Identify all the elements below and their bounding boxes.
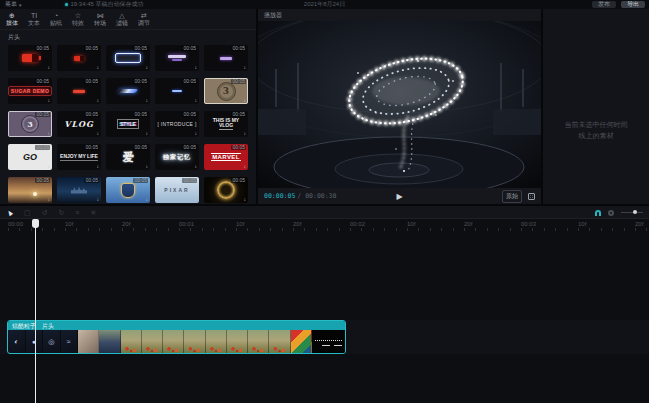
template-item-text: PIXAR — [164, 187, 189, 193]
playhead-handle[interactable] — [32, 219, 39, 228]
template-item[interactable]: 00:05↓ — [106, 177, 150, 203]
download-icon[interactable]: ↓ — [244, 164, 247, 169]
clip-frame — [163, 330, 184, 353]
undo-tool-icon[interactable]: ↺ — [42, 209, 48, 216]
duration-badge: 00:05 — [231, 112, 246, 117]
download-icon[interactable]: ↓ — [195, 65, 198, 70]
template-item[interactable]: 00:05↓ — [57, 78, 101, 104]
template-item-text: SUGAR DEMO — [8, 86, 52, 96]
download-icon[interactable]: ↓ — [195, 98, 198, 103]
download-icon[interactable]: ↓ — [146, 197, 149, 202]
split-tool-icon[interactable]: ≡ — [75, 209, 79, 216]
tab-transitions[interactable]: ⋈转场 — [94, 12, 106, 26]
tab-media[interactable]: ⊕媒体 — [6, 12, 18, 26]
template-item[interactable]: 00:05↓ — [155, 78, 199, 104]
ruler-label: 20f — [464, 221, 472, 227]
template-item[interactable]: 00:05↓ — [204, 45, 248, 71]
template-item[interactable]: ENJOY MY LIFE00:05↓ — [57, 144, 101, 170]
template-item[interactable]: MARVEL00:05↓ — [204, 144, 248, 170]
publish-button[interactable]: 发布 — [592, 1, 616, 8]
template-item[interactable]: [ INTRODUCE ]00:05↓ — [155, 111, 199, 137]
ruler-label: 20f — [293, 221, 301, 227]
tab-sticker[interactable]: ◔贴纸 — [50, 12, 62, 26]
zoom-slider-knob[interactable] — [633, 210, 637, 214]
duration-badge: 00:05 — [84, 46, 99, 51]
template-item[interactable]: GO00:05↓ — [8, 144, 52, 170]
template-item[interactable]: 00:05↓ — [106, 78, 150, 104]
timeline-ruler[interactable]: 00:0010f20f00:0110f20f00:0210f20f00:0310… — [0, 219, 649, 231]
download-icon[interactable]: ↓ — [146, 98, 149, 103]
duration-badge: 00:05 — [35, 112, 50, 117]
cursor-tool-icon[interactable]: ▲ — [4, 206, 15, 217]
download-icon[interactable]: ↓ — [48, 65, 51, 70]
template-item[interactable]: 00:05↓ — [8, 177, 52, 203]
duration-badge: 00:05 — [35, 178, 50, 183]
snap-magnet-icon[interactable] — [595, 210, 601, 216]
play-button[interactable]: ▶ — [396, 192, 402, 201]
export-button[interactable]: 导出 — [621, 1, 645, 8]
template-item[interactable]: 00:05↓ — [204, 177, 248, 203]
scale-original-button[interactable]: 原始 — [502, 190, 522, 203]
menu-button[interactable]: 菜单 ▾ — [0, 0, 27, 9]
duration-badge: 00:05 — [35, 145, 50, 150]
template-item[interactable]: STYLE00:05↓ — [106, 111, 150, 137]
template-item[interactable]: 00:05↓ — [155, 45, 199, 71]
timeline-zoom-slider[interactable] — [621, 212, 643, 213]
tab-effects[interactable]: ☆特效 — [72, 12, 84, 26]
download-icon[interactable]: ↓ — [244, 98, 247, 103]
template-grid: 00:05↓00:05↓00:05↓00:05↓00:05↓SUGAR DEMO… — [8, 45, 256, 203]
template-item[interactable]: PIXAR00:05↓ — [155, 177, 199, 203]
template-item[interactable]: 00:05↓ — [57, 45, 101, 71]
download-icon[interactable]: ↓ — [146, 65, 149, 70]
redo-tool-icon[interactable]: ↻ — [58, 209, 64, 216]
delete-tool-icon[interactable]: ✕ — [90, 209, 96, 216]
clip-frame — [142, 330, 163, 353]
duration-badge: 00:05 — [84, 145, 99, 150]
template-item[interactable]: 独家记忆00:05↓ — [155, 144, 199, 170]
template-item[interactable]: 00:05↓ — [106, 45, 150, 71]
template-item[interactable]: 300:05↓ — [204, 78, 248, 104]
download-icon[interactable]: ↓ — [48, 131, 51, 136]
download-icon[interactable]: ↓ — [195, 197, 198, 202]
selected-clip[interactable]: 炫酷粒子 片头 ◐●◎≈ — [8, 321, 345, 353]
template-item[interactable]: THIS IS MY VLOG00:05↓ — [204, 111, 248, 137]
download-icon[interactable]: ↓ — [48, 164, 51, 169]
tab-label: 媒体 — [6, 20, 18, 26]
fullscreen-icon[interactable] — [528, 193, 535, 200]
download-icon[interactable]: ↓ — [146, 164, 149, 169]
download-icon[interactable]: ↓ — [97, 197, 100, 202]
template-item[interactable]: 300:05↓ — [8, 111, 52, 137]
duration-badge: 00:05 — [133, 145, 148, 150]
download-icon[interactable]: ↓ — [97, 98, 100, 103]
status-dot-icon — [65, 3, 68, 6]
select-box-tool-icon[interactable]: ▢ — [24, 209, 31, 216]
download-icon[interactable]: ↓ — [244, 131, 247, 136]
download-icon[interactable]: ↓ — [97, 131, 100, 136]
clip-intro-frame: ◎ — [43, 330, 60, 353]
download-icon[interactable]: ↓ — [244, 65, 247, 70]
download-icon[interactable]: ↓ — [48, 98, 51, 103]
clip-title: 炫酷粒子 — [12, 323, 36, 329]
media-icon: ⊕ — [9, 12, 15, 19]
link-preview-icon[interactable] — [608, 210, 614, 216]
clip-frame — [78, 330, 99, 353]
template-item[interactable]: VLOG00:05↓ — [57, 111, 101, 137]
playhead-line[interactable] — [35, 219, 36, 403]
template-item[interactable]: 00:05↓ — [8, 45, 52, 71]
media-panel: ⊕媒体TI文本◔贴纸☆特效⋈转场△滤镜⇄调节 片头 00:05↓00:05↓00… — [0, 9, 256, 204]
download-icon[interactable]: ↓ — [195, 164, 198, 169]
template-item[interactable]: 爱00:05↓ — [106, 144, 150, 170]
download-icon[interactable]: ↓ — [97, 65, 100, 70]
download-icon[interactable]: ↓ — [244, 197, 247, 202]
download-icon[interactable]: ↓ — [195, 131, 198, 136]
download-icon[interactable]: ↓ — [48, 197, 51, 202]
tab-filters[interactable]: △滤镜 — [116, 12, 128, 26]
template-item[interactable]: 00:05↓ — [57, 177, 101, 203]
tab-text[interactable]: TI文本 — [28, 12, 40, 26]
template-item[interactable]: SUGAR DEMO00:05↓ — [8, 78, 52, 104]
transitions-icon: ⋈ — [97, 12, 104, 19]
preview-video[interactable] — [258, 21, 541, 188]
download-icon[interactable]: ↓ — [97, 164, 100, 169]
tab-adjust[interactable]: ⇄调节 — [138, 12, 150, 26]
download-icon[interactable]: ↓ — [146, 131, 149, 136]
